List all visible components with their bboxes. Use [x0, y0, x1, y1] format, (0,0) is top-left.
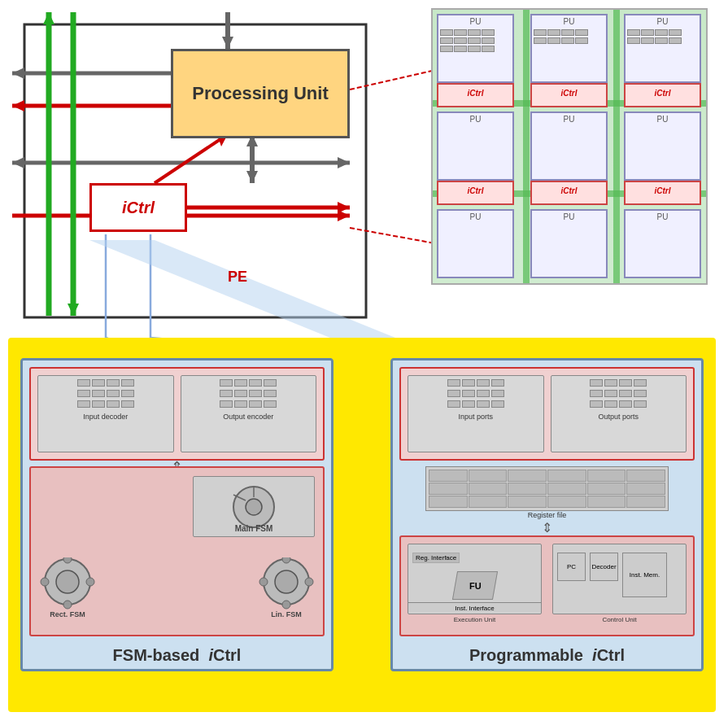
- decoder-label: Decoder: [591, 563, 616, 570]
- prog-box: Input ports Output ports Register file ⇕: [390, 358, 704, 671]
- prog-section-label: Programmable iCtrl: [393, 646, 701, 665]
- fu-container: FU: [412, 571, 537, 600]
- fsm-section-label: FSM-based iCtrl: [23, 646, 331, 665]
- grid-pu-2-0: PU: [437, 111, 514, 181]
- svg-line-25: [350, 69, 439, 90]
- fsm-inner-red: Input decoder Output encoder: [29, 367, 325, 461]
- svg-point-48: [86, 578, 94, 586]
- lin-fsm-diagram: [258, 557, 315, 610]
- ictrl-main-box: iCtrl: [89, 183, 187, 232]
- svg-point-50: [41, 578, 49, 586]
- output-encoder-box: Output encoder: [181, 375, 317, 452]
- processing-unit-box: Processing Unit: [171, 49, 350, 138]
- pe-label: PE: [228, 269, 247, 286]
- grid-pu-3-2: PU: [624, 209, 701, 278]
- svg-marker-17: [222, 37, 233, 49]
- prog-inner-red: Input ports Output ports: [399, 367, 695, 461]
- svg-marker-11: [338, 210, 350, 221]
- main-fsm-box: Main FSM: [193, 476, 315, 537]
- svg-marker-19: [246, 171, 258, 183]
- fsm-box: Input decoder Output encoder ⇕: [20, 358, 333, 671]
- svg-point-52: [275, 570, 298, 593]
- grid-ictrl-2-0: iCtrl: [437, 181, 514, 205]
- rect-fsm-diagram: [39, 557, 96, 610]
- ictrl-i: i: [122, 199, 127, 216]
- svg-point-53: [282, 557, 290, 563]
- grid-pu-3-0: PU: [437, 209, 514, 278]
- svg-marker-5: [12, 157, 24, 168]
- inst-mem-box: Inst. Mem.: [622, 553, 667, 597]
- execution-unit-label: Execution Unit: [408, 616, 541, 623]
- grid-ictrl-1-0: iCtrl: [437, 83, 514, 107]
- svg-point-46: [56, 570, 79, 593]
- svg-marker-6: [338, 157, 350, 168]
- lin-fsm-container: Lin. FSM: [258, 557, 315, 618]
- fu-label: FU: [469, 581, 481, 591]
- prog-lower-section: Reg. Interface FU Inst. Interface Execut…: [399, 535, 695, 636]
- grid-pu-2-2: PU: [624, 111, 701, 181]
- svg-marker-2: [12, 68, 24, 79]
- svg-line-26: [350, 228, 439, 244]
- register-file-label: Register file: [425, 511, 669, 519]
- input-decoder-label: Input decoder: [83, 413, 128, 421]
- main-fsm-label: Main FSM: [194, 524, 314, 533]
- grid-pu-0-1: PU: [530, 14, 608, 83]
- svg-point-47: [63, 557, 72, 563]
- svg-line-21: [155, 134, 228, 183]
- output-encoder-label: Output encoder: [223, 413, 273, 421]
- svg-point-42: [246, 499, 262, 515]
- svg-marker-9: [12, 100, 24, 111]
- processing-unit-label: Processing Unit: [192, 83, 328, 104]
- input-decoder-box: Input decoder: [37, 375, 174, 452]
- inst-mem-label: Inst. Mem.: [630, 571, 660, 579]
- lin-fsm-label: Lin. FSM: [271, 610, 302, 618]
- prog-arrow: ⇕: [542, 520, 552, 535]
- svg-marker-13: [43, 12, 54, 24]
- bottom-section: Input decoder Output encoder ⇕: [8, 338, 716, 712]
- register-file-grid: [425, 466, 669, 511]
- grid-ictrl-2-2: iCtrl: [624, 181, 701, 205]
- output-ports-label: Output ports: [598, 413, 639, 421]
- grid-pu-2-1: PU: [530, 111, 608, 181]
- output-ports-box: Output ports: [551, 375, 687, 452]
- svg-marker-15: [68, 304, 79, 316]
- reg-interface-label: Reg. Interface: [412, 553, 460, 563]
- grid-ictrl-2-1: iCtrl: [530, 181, 608, 205]
- input-ports-box: Input ports: [408, 375, 544, 452]
- grid-pu-3-1: PU: [530, 209, 608, 278]
- svg-marker-24: [338, 202, 350, 213]
- control-unit-content: PC Decoder Inst. Mem.: [557, 553, 682, 597]
- fu-shape: FU: [451, 571, 497, 600]
- svg-point-56: [259, 578, 268, 586]
- decoder-box: Decoder: [590, 553, 618, 581]
- execution-unit-box: Reg. Interface FU Inst. Interface Execut…: [408, 544, 542, 614]
- rect-fsm-label: Rect. FSM: [50, 610, 85, 618]
- pc-box: PC: [557, 553, 586, 581]
- svg-point-49: [63, 601, 72, 609]
- fsm-lower-section: Main FSM Rect. FSM: [29, 466, 325, 636]
- grid-pu-0-0: PU: [437, 14, 514, 83]
- svg-point-54: [305, 578, 313, 586]
- main-container: Processing Unit iCtrl PE PU PU: [0, 0, 728, 721]
- grid-pu-label-0-0: PU: [438, 15, 512, 28]
- grid-ictrl-1-1: iCtrl: [530, 83, 608, 107]
- grid-ictrl-1-2: iCtrl: [624, 83, 701, 107]
- pc-label: PC: [567, 563, 576, 570]
- control-unit-box: PC Decoder Inst. Mem. Control Unit: [552, 544, 687, 614]
- grid-pu-0-2: PU: [624, 14, 701, 83]
- rect-fsm-container: Rect. FSM: [39, 557, 96, 618]
- grid-visual: PU PU PU iCtrl: [431, 8, 708, 285]
- ictrl-main-label: iCtrl: [122, 199, 155, 217]
- inst-interface-label: Inst. Interface: [408, 602, 541, 612]
- input-ports-label: Input ports: [458, 413, 493, 421]
- svg-point-55: [282, 601, 290, 609]
- control-unit-label: Control Unit: [553, 616, 686, 623]
